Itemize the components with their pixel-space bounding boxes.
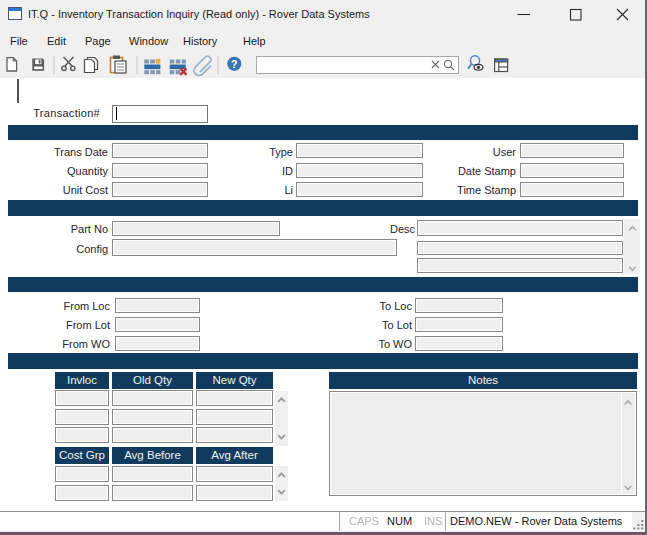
svg-text:?: ? — [231, 58, 237, 70]
